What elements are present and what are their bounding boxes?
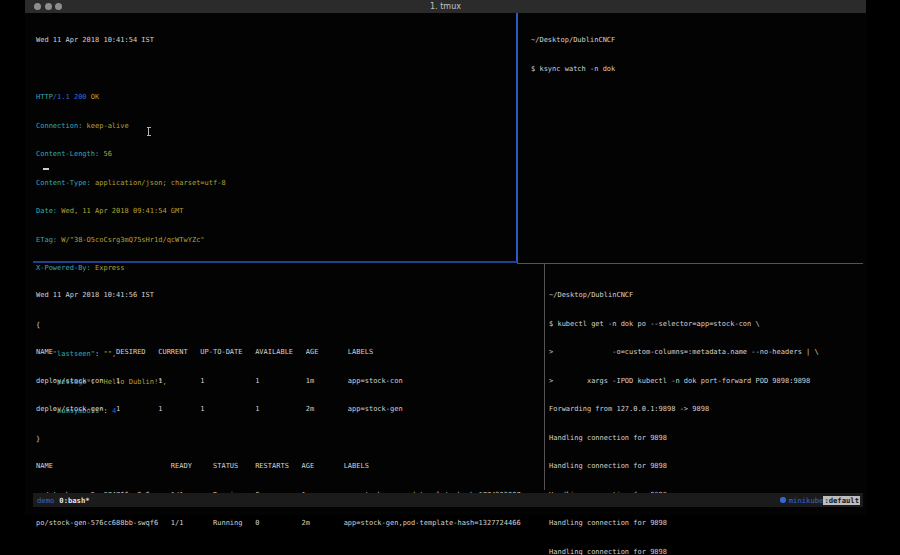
header-name: ETag: [36, 236, 57, 244]
minimize-button[interactable] [45, 3, 52, 10]
http-header-line: Content-Length: 56 [36, 150, 516, 160]
table-row: po/stock-gen-576cc688bb-swqf6 1/1 Runnin… [36, 519, 544, 529]
response-timestamp: Wed 11 Apr 2018 10:41:54 IST [36, 36, 516, 46]
tmux-status-bar: demo 0:bash* minikube :default [33, 493, 863, 507]
kube-context: minikube [789, 496, 824, 505]
output-line: Handling connection for 9898 [549, 434, 863, 444]
header-value: 56 [99, 150, 112, 158]
titlebar[interactable]: 1. tmux [25, 0, 866, 13]
pods-header-row: NAME READY STATUS RESTARTS AGE LABELS [36, 462, 544, 472]
zoom-button[interactable] [55, 3, 62, 10]
session-name: demo [37, 496, 54, 505]
http-header-line: Date: Wed, 11 Apr 2018 09:41:54 GMT [36, 207, 516, 217]
pane-ksync[interactable]: ~/Desktop/DublinCNCF $ ksync watch -n do… [517, 13, 863, 261]
command-continuation-line: > -o=custom-columns=:metadata.name --no-… [549, 348, 863, 358]
pane-kubectl-resources[interactable]: Wed 11 Apr 2018 10:41:56 IST NAME DESIRE… [33, 264, 544, 490]
mouse-text-cursor [146, 127, 151, 136]
blank-line [36, 65, 516, 75]
http-header-line: Content-Type: application/json; charset=… [36, 179, 516, 189]
header-value: application/json; charset=utf-8 [91, 179, 226, 187]
window-title: 1. tmux [430, 0, 461, 13]
desktop: 1. tmux Wed 11 Apr 2018 10:41:54 IST HTT… [0, 0, 900, 555]
output-line: Handling connection for 9898 [549, 548, 863, 555]
command-line: $ kubectl get -n dok po --selector=app=s… [549, 320, 863, 330]
header-name: Date: [36, 207, 57, 215]
http-version-code: /1.1 200 [53, 93, 91, 101]
terminal-window: 1. tmux Wed 11 Apr 2018 10:41:54 IST HTT… [25, 0, 866, 515]
terminal-content: Wed 11 Apr 2018 10:41:54 IST HTTP/1.1 20… [25, 13, 866, 515]
table-row: deploy/stock-gen 1 1 1 1 2m app=stock-ge… [36, 405, 544, 415]
status-right: minikube :default [780, 496, 863, 505]
kube-namespace: :default [823, 496, 860, 505]
prompt-cwd: ~/Desktop/DublinCNCF [549, 291, 863, 301]
output-line: Forwarding from 127.0.0.1:9898 -> 9898 [549, 405, 863, 415]
pane-border-horizontal-right[interactable] [517, 263, 863, 264]
traffic-lights [34, 3, 62, 10]
table-row: deploy/stock-con 1 1 1 1 1m app=stock-co… [36, 377, 544, 387]
output-line: Handling connection for 9898 [549, 519, 863, 529]
http-protocol: HTTP [36, 93, 53, 101]
terminal-cursor [43, 168, 49, 170]
pane-port-forward[interactable]: ~/Desktop/DublinCNCF $ kubectl get -n do… [545, 264, 863, 490]
http-header-line: ETag: W/"38-O5coCsrg3mQ75sHr1d/qcWTwYZc" [36, 236, 516, 246]
http-status-line: HTTP/1.1 200 OK [36, 93, 516, 103]
output-line: Handling connection for 9898 [549, 462, 863, 472]
blank-line [36, 320, 544, 330]
pane-http-response[interactable]: Wed 11 Apr 2018 10:41:54 IST HTTP/1.1 20… [33, 13, 516, 261]
kubernetes-icon [780, 497, 786, 503]
response-timestamp: Wed 11 Apr 2018 10:41:56 IST [36, 291, 544, 301]
status-window-tab[interactable]: 0:bash* [59, 496, 89, 505]
header-value: keep-alive [82, 122, 128, 130]
header-value: W/"38-O5coCsrg3mQ75sHr1d/qcWTwYZc" [57, 236, 205, 244]
header-name: Content-Length: [36, 150, 99, 158]
blank-line [36, 434, 544, 444]
status-left: demo 0:bash* [33, 496, 90, 505]
header-name: Connection: [36, 122, 82, 130]
blank-line [36, 548, 544, 555]
http-header-line: Connection: keep-alive [36, 122, 516, 132]
deployments-header-row: NAME DESIRED CURRENT UP-TO-DATE AVAILABL… [36, 348, 544, 358]
command-line: $ ksync watch -n dok [531, 65, 863, 75]
header-name: Content-Type: [36, 179, 91, 187]
http-status-text: OK [91, 93, 99, 101]
close-button[interactable] [34, 3, 41, 10]
pane-border-vertical-bottom[interactable] [544, 264, 545, 490]
header-value: Wed, 11 Apr 2018 09:41:54 GMT [57, 207, 183, 215]
pane-border-horizontal-left[interactable] [33, 261, 517, 263]
command-continuation-line: > xargs -IPOD kubectl -n dok port-forwar… [549, 377, 863, 387]
pane-border-vertical-top[interactable] [516, 13, 518, 263]
prompt-cwd: ~/Desktop/DublinCNCF [531, 36, 863, 46]
